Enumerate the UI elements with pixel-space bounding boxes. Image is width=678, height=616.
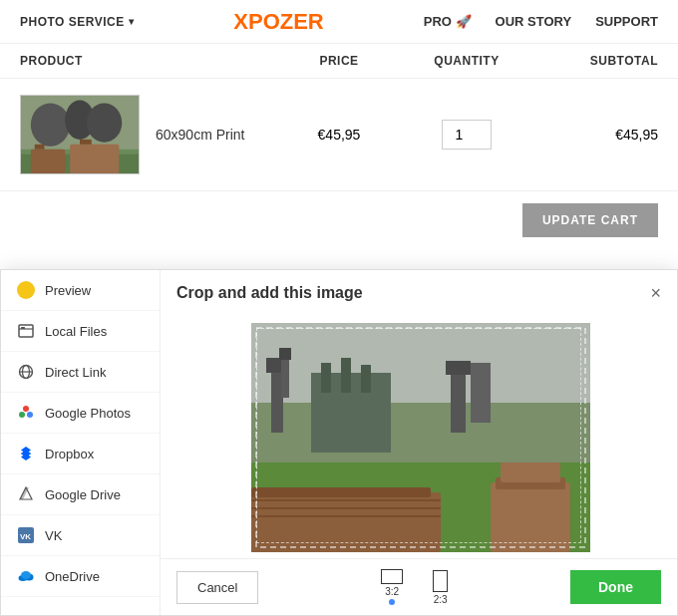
svg-text:VK: VK	[20, 532, 31, 541]
main-nav: PRO 🚀 OUR STORY SUPPORT	[424, 14, 658, 29]
dropbox-icon	[17, 445, 35, 462]
price-cell: €45,95	[275, 127, 403, 143]
quantity-cell	[403, 120, 530, 150]
landscape-ratio-label: 3:2	[385, 586, 399, 597]
portrait-ratio-icon	[433, 570, 448, 592]
sidebar-item-vk[interactable]: VK VK	[1, 515, 160, 556]
ratio-options: 3:2 2:3	[381, 569, 448, 605]
svg-rect-7	[70, 145, 119, 174]
sidebar-item-google-drive[interactable]: Google Drive	[1, 474, 160, 515]
sidebar-label-google-photos: Google Photos	[45, 406, 131, 421]
svg-point-28	[21, 571, 31, 579]
ratio-active-dot	[389, 599, 395, 605]
svg-rect-34	[279, 348, 291, 360]
svg-rect-44	[251, 487, 431, 497]
modal-header: Crop and add this image ×	[161, 270, 677, 312]
nav-support[interactable]: SUPPORT	[595, 14, 658, 29]
photo-service-nav[interactable]: PHOTO SERVICE ▾	[20, 15, 134, 29]
nav-pro[interactable]: PRO 🚀	[424, 14, 472, 29]
ratio-landscape[interactable]: 3:2	[381, 569, 403, 605]
sidebar-item-onedrive[interactable]: OneDrive	[1, 556, 160, 597]
sidebar-label-vk: VK	[45, 528, 62, 543]
modal-title: Crop and add this image	[176, 284, 363, 302]
brand-logo[interactable]: XPOZER	[233, 9, 323, 35]
chevron-down-icon: ▾	[129, 16, 135, 27]
sidebar-label-dropbox: Dropbox	[45, 447, 94, 462]
page-header: PHOTO SERVICE ▾ XPOZER PRO 🚀 OUR STORY S…	[0, 0, 678, 44]
column-price: PRICE	[275, 54, 403, 68]
portrait-ratio-label: 2:3	[434, 594, 448, 605]
nav-our-story[interactable]: OUR STORY	[496, 14, 572, 29]
cart-header-row: PRODUCT PRICE QUANTITY SUBTOTAL	[0, 44, 678, 79]
svg-point-5	[87, 104, 122, 143]
logo-x: X	[233, 9, 248, 34]
google-photos-icon	[17, 404, 35, 422]
svg-point-15	[23, 406, 29, 412]
direct-link-icon	[17, 363, 35, 381]
logo-pozer: POZER	[248, 9, 324, 34]
modal-main: Crop and add this image ×	[161, 270, 677, 615]
sidebar-label-onedrive: OneDrive	[45, 569, 100, 584]
local-files-icon	[17, 322, 35, 340]
update-cart-row: UPDATE CART	[0, 191, 678, 249]
product-thumbnail	[20, 95, 140, 174]
sidebar-item-preview[interactable]: Preview	[1, 270, 160, 311]
done-button[interactable]: Done	[570, 570, 661, 604]
photo-service-label: PHOTO SERVICE	[20, 15, 125, 29]
modal-footer: Cancel 3:2 2:3 Done	[161, 558, 677, 615]
crop-modal: Preview Local Files Direct Link Google P…	[0, 269, 678, 616]
svg-rect-8	[35, 145, 45, 150]
svg-rect-39	[451, 368, 466, 433]
google-drive-icon	[17, 485, 35, 503]
svg-rect-47	[501, 462, 560, 482]
svg-rect-10	[19, 325, 33, 337]
sidebar-label-local-files: Local Files	[45, 324, 107, 339]
landscape-ratio-icon	[381, 569, 403, 584]
cart-table: PRODUCT PRICE QUANTITY SUBTOTAL	[0, 44, 678, 249]
column-quantity: QUANTITY	[403, 54, 530, 68]
sidebar-item-local-files[interactable]: Local Files	[1, 311, 160, 352]
svg-rect-36	[321, 363, 331, 393]
column-product: PRODUCT	[20, 54, 275, 68]
svg-rect-37	[341, 358, 351, 393]
svg-rect-45	[491, 482, 570, 552]
svg-rect-41	[471, 363, 491, 423]
vk-icon: VK	[17, 526, 35, 544]
crop-image	[251, 323, 590, 552]
sidebar-item-google-photos[interactable]: Google Photos	[1, 393, 160, 434]
sidebar-label-google-drive: Google Drive	[45, 487, 121, 502]
cart-row: 60x90cm Print €45,95 €45,95	[0, 79, 678, 191]
svg-rect-40	[446, 361, 471, 375]
product-cell: 60x90cm Print	[20, 95, 275, 174]
cancel-button[interactable]: Cancel	[176, 571, 258, 604]
crop-image-container[interactable]	[249, 321, 588, 550]
sidebar-label-direct-link: Direct Link	[45, 365, 106, 380]
preview-icon	[17, 281, 35, 299]
close-modal-button[interactable]: ×	[650, 284, 661, 302]
sidebar-item-direct-link[interactable]: Direct Link	[1, 352, 160, 393]
svg-rect-38	[361, 365, 371, 393]
svg-point-17	[19, 412, 25, 418]
sidebar-item-dropbox[interactable]: Dropbox	[1, 434, 160, 474]
onedrive-icon	[17, 567, 35, 585]
update-cart-button[interactable]: UPDATE CART	[522, 203, 658, 237]
modal-sidebar: Preview Local Files Direct Link Google P…	[1, 270, 161, 615]
svg-point-16	[27, 412, 33, 418]
sidebar-label-preview: Preview	[45, 283, 91, 298]
ratio-portrait[interactable]: 2:3	[433, 570, 448, 605]
quantity-input[interactable]	[442, 120, 492, 150]
subtotal-cell: €45,95	[530, 127, 658, 143]
svg-rect-9	[80, 140, 92, 145]
svg-rect-6	[31, 150, 65, 174]
product-name: 60x90cm Print	[156, 127, 244, 143]
svg-point-3	[31, 104, 70, 147]
crop-area	[161, 312, 677, 558]
product-image	[21, 95, 139, 174]
svg-rect-11	[21, 327, 25, 329]
column-subtotal: SUBTOTAL	[530, 54, 658, 68]
